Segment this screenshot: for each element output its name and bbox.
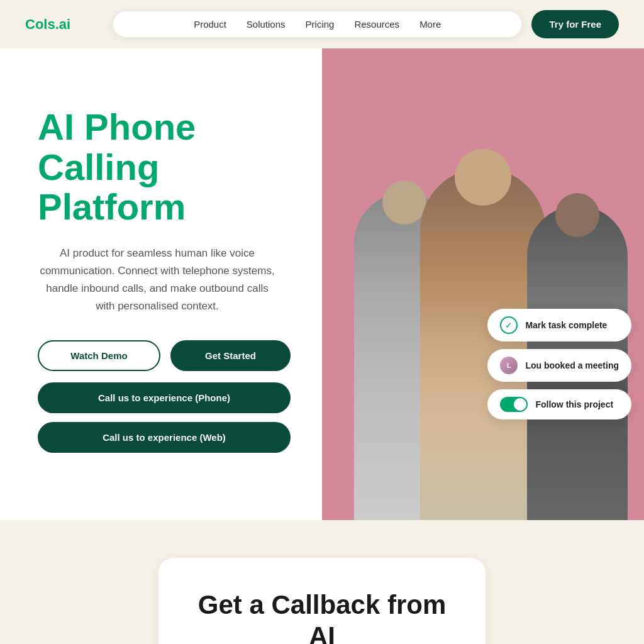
face-center bbox=[455, 149, 511, 206]
follow-project-card: Follow this project bbox=[487, 389, 631, 419]
face-left bbox=[382, 180, 426, 225]
watch-demo-button[interactable]: Watch Demo bbox=[38, 340, 160, 371]
hero-description: AI product for seamless human like voice… bbox=[38, 245, 277, 315]
nav-resources[interactable]: Resources bbox=[354, 19, 399, 30]
task-complete-label: Mark task complete bbox=[525, 320, 607, 330]
call-phone-button[interactable]: Call us to experience (Phone) bbox=[38, 382, 291, 413]
callback-title: Get a Callback from AI Agents bbox=[196, 589, 448, 644]
face-right bbox=[555, 193, 599, 237]
get-started-button[interactable]: Get Started bbox=[170, 340, 291, 371]
nav-product[interactable]: Product bbox=[194, 19, 226, 30]
follow-toggle[interactable] bbox=[500, 397, 528, 412]
hero-image bbox=[322, 48, 644, 520]
lou-avatar: L bbox=[500, 357, 518, 374]
try-free-button[interactable]: Try for Free bbox=[531, 10, 619, 38]
nav-pricing[interactable]: Pricing bbox=[306, 19, 335, 30]
hero-title: AI Phone Calling Platform bbox=[38, 107, 291, 227]
follow-label: Follow this project bbox=[535, 399, 613, 409]
callback-card: Get a Callback from AI Agents bbox=[158, 558, 486, 644]
meeting-booked-card: L Lou booked a meeting bbox=[487, 349, 631, 382]
floating-cards: ✓ Mark task complete L Lou booked a meet… bbox=[487, 309, 631, 419]
hero-right: ✓ Mark task complete L Lou booked a meet… bbox=[322, 48, 644, 520]
bottom-section: Get a Callback from AI Agents 💬 bbox=[0, 520, 644, 644]
hero-section: AI Phone Calling Platform AI product for… bbox=[0, 48, 644, 520]
logo: Cols.ai bbox=[25, 16, 113, 33]
nav-solutions[interactable]: Solutions bbox=[247, 19, 286, 30]
task-complete-card: ✓ Mark task complete bbox=[487, 309, 631, 341]
nav-pill: Product Solutions Pricing Resources More bbox=[113, 11, 521, 37]
navbar: Cols.ai Product Solutions Pricing Resour… bbox=[0, 0, 644, 48]
check-icon: ✓ bbox=[500, 316, 518, 334]
nav-more[interactable]: More bbox=[419, 19, 441, 30]
call-web-button[interactable]: Call us to experience (Web) bbox=[38, 422, 291, 453]
meeting-text: Lou booked a meeting bbox=[525, 360, 619, 370]
hero-left: AI Phone Calling Platform AI product for… bbox=[0, 48, 322, 520]
hero-primary-buttons: Watch Demo Get Started bbox=[38, 340, 291, 371]
